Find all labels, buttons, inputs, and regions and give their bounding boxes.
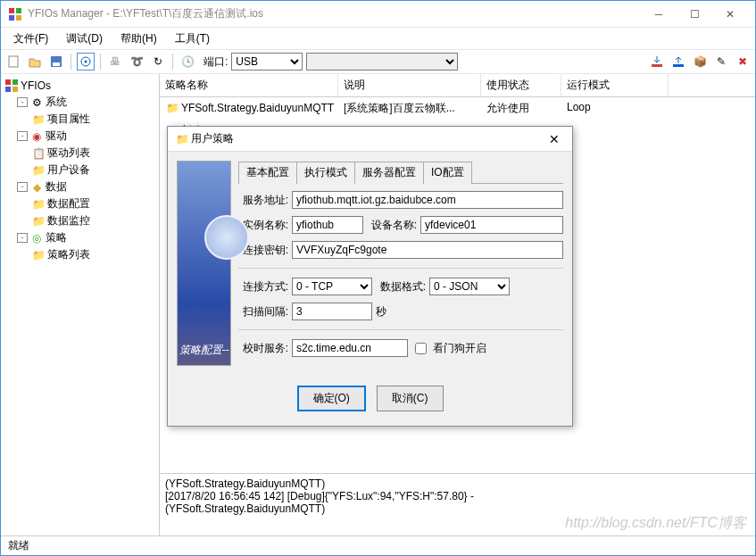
window-title: YFIOs Manager - E:\YFTest\T\百度云通信测试.ios	[28, 6, 641, 21]
tree-data-monitor[interactable]: 📁数据监控	[3, 212, 157, 229]
app-icon	[8, 7, 22, 21]
clock-icon[interactable]: 🕓	[179, 53, 196, 71]
folder-icon: 📁	[31, 214, 46, 228]
device-icon: 📁	[31, 163, 46, 178]
dialog-form: 基本配置 执行模式 服务器配置 IO配置 服务地址: 实例名称: 设备名称: 连…	[238, 161, 563, 366]
dialog-close-button[interactable]: ✕	[544, 132, 565, 146]
edit-icon[interactable]: ✎	[712, 53, 730, 71]
new-icon[interactable]	[4, 53, 22, 71]
format-label: 数据格式:	[376, 279, 426, 295]
deploy-icon[interactable]: 📦	[691, 53, 709, 71]
tree-strategy-list[interactable]: 📁策略列表	[3, 246, 157, 263]
server-label: 服务地址:	[238, 193, 288, 208]
maximize-button[interactable]: ☐	[677, 2, 712, 27]
dialog-sidebar-image: 策略配置--	[177, 161, 231, 366]
app-icon	[4, 79, 19, 93]
upload-icon[interactable]	[669, 53, 687, 71]
secret-input[interactable]	[292, 241, 563, 259]
folder-icon: 📁	[31, 248, 46, 262]
col-state[interactable]: 使用状态	[481, 74, 561, 96]
log-line: (YFSoft.Strategy.BaiduyunMQTT)	[165, 502, 750, 515]
dialog-title: 用户策略	[191, 131, 544, 146]
close-button[interactable]: ✕	[712, 2, 748, 27]
log-line: (YFSoft.Strategy.BaiduyunMQTT)	[165, 477, 750, 490]
ok-button[interactable]: 确定(O)	[297, 386, 366, 411]
svg-rect-13	[5, 87, 11, 92]
minimize-button[interactable]: ─	[641, 2, 677, 27]
download-icon[interactable]	[648, 53, 666, 71]
list-row[interactable]: 📁YFSoft.Strategy.BaiduyunMQTT [系统策略]百度云物…	[160, 97, 755, 120]
list-header: 策略名称 说明 使用状态 运行模式	[160, 74, 755, 97]
svg-rect-6	[53, 62, 60, 66]
interval-unit: 秒	[376, 304, 386, 319]
server-input[interactable]	[292, 191, 563, 209]
target-icon[interactable]	[77, 53, 95, 71]
separator	[238, 329, 563, 330]
strategy-icon: ◎	[29, 231, 44, 245]
watchdog-checkbox[interactable]: 看门狗开启	[411, 340, 486, 357]
cancel-button[interactable]: 取消(C)	[377, 386, 444, 411]
tab-io[interactable]: IO配置	[423, 162, 472, 184]
tab-exec[interactable]: 执行模式	[296, 162, 355, 184]
main-window: YFIOs Manager - E:\YFTest\T\百度云通信测试.ios …	[0, 0, 756, 556]
save-icon[interactable]	[47, 53, 65, 71]
port-label: 端口:	[204, 54, 228, 70]
conn-select[interactable]: 0 - TCP	[292, 278, 372, 295]
tab-server[interactable]: 服务器配置	[354, 162, 424, 184]
menu-help[interactable]: 帮助(H)	[113, 29, 164, 48]
print-icon[interactable]: 🖶	[106, 53, 124, 71]
svg-point-8	[85, 61, 87, 63]
separator	[100, 54, 101, 70]
separator	[172, 54, 173, 70]
svg-rect-11	[5, 79, 11, 85]
menubar: 文件(F) 调试(D) 帮助(H) 工具(T)	[1, 28, 755, 49]
svg-rect-4	[9, 56, 18, 67]
menu-debug[interactable]: 调试(D)	[59, 29, 110, 48]
folder-icon: 📁	[175, 132, 189, 146]
tree-data-config[interactable]: 📁数据配置	[3, 195, 157, 212]
svg-rect-1	[16, 8, 21, 13]
link-icon[interactable]: ➰	[128, 53, 145, 71]
folder-icon: 📁	[31, 112, 46, 127]
list-icon: 📋	[31, 146, 46, 161]
conn-label: 连接方式:	[238, 279, 288, 295]
open-icon[interactable]	[26, 53, 44, 71]
tree-data[interactable]: -◆数据	[3, 178, 157, 195]
col-desc[interactable]: 说明	[338, 74, 481, 96]
port-select[interactable]: USB	[231, 53, 303, 71]
separator	[238, 268, 563, 269]
interval-input[interactable]	[292, 303, 372, 320]
tree-driver[interactable]: -◉驱动	[3, 128, 157, 145]
device-combo[interactable]	[306, 53, 458, 71]
menu-file[interactable]: 文件(F)	[6, 29, 55, 48]
svg-rect-9	[652, 64, 662, 67]
tree-driver-list[interactable]: 📋驱动列表	[3, 145, 157, 162]
gear-icon: ⚙	[29, 95, 44, 110]
titlebar: YFIOs Manager - E:\YFTest\T\百度云通信测试.ios …	[1, 1, 755, 28]
tree-system[interactable]: -⚙系统	[3, 94, 157, 111]
driver-icon: ◉	[29, 129, 44, 144]
tree-user-device[interactable]: 📁用户设备	[3, 162, 157, 178]
toolbar: 🖶 ➰ ↻ 🕓 端口: USB 📦 ✎ ✖	[1, 49, 755, 74]
svg-rect-12	[12, 79, 18, 85]
instance-input[interactable]	[292, 216, 363, 234]
svg-rect-10	[673, 64, 684, 67]
col-mode[interactable]: 运行模式	[561, 74, 669, 96]
folder-icon: 📁	[31, 197, 46, 212]
device-label: 设备名称:	[367, 218, 417, 233]
col-name[interactable]: 策略名称	[160, 74, 338, 96]
user-strategy-dialog: 📁 用户策略 ✕ 策略配置-- 基本配置 执行模式 服务器配置 IO配置 服务地…	[167, 126, 573, 427]
tree-root[interactable]: YFIOs	[3, 78, 157, 94]
log-line: [2017/8/20 16:56:45 142] [Debug]{"YFS:Lu…	[165, 490, 750, 502]
format-select[interactable]: 0 - JSON	[429, 278, 510, 295]
refresh-icon[interactable]: ↻	[149, 53, 167, 71]
tab-basic[interactable]: 基本配置	[238, 162, 297, 184]
tree-project-prop[interactable]: 📁项目属性	[3, 111, 157, 128]
delete-icon[interactable]: ✖	[734, 53, 752, 71]
menu-tool[interactable]: 工具(T)	[168, 29, 217, 48]
device-input[interactable]	[420, 216, 563, 234]
disc-icon	[204, 215, 249, 260]
tree-strategy[interactable]: -◎策略	[3, 229, 157, 246]
ntp-input[interactable]	[292, 339, 408, 357]
tree-pane[interactable]: YFIOs -⚙系统 📁项目属性 -◉驱动 📋驱动列表 📁用户设备 -◆数据 📁…	[1, 74, 160, 535]
